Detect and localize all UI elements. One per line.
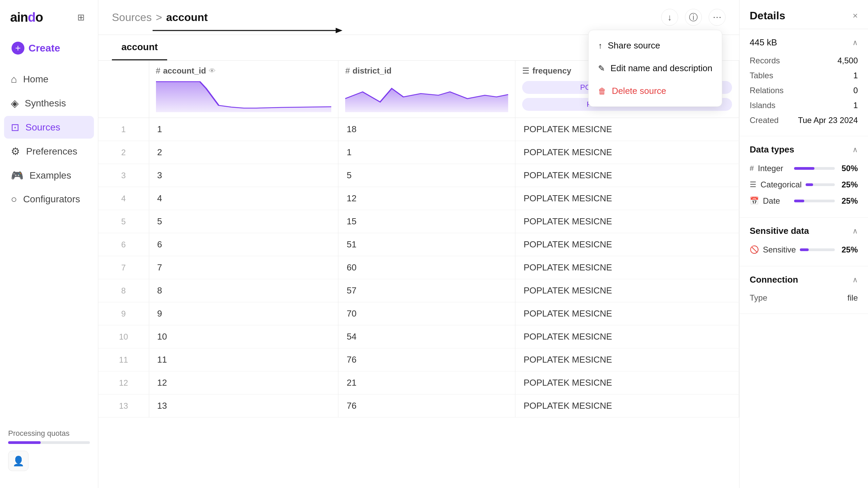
sensitive-row: 🚫 Sensitive 25% bbox=[750, 242, 858, 258]
account-id-chart bbox=[156, 78, 332, 112]
frequency-cell: POPLATEK MESICNE bbox=[515, 325, 739, 348]
nav-items: ⌂ Home ◈ Synthesis ⊡ Sources ⚙ Preferenc… bbox=[0, 68, 98, 210]
file-size: 445 kB bbox=[750, 37, 777, 48]
date-pct: 25% bbox=[842, 196, 858, 206]
row-num-cell: 5 bbox=[98, 210, 149, 233]
sidebar-item-configurators[interactable]: ○ Configurators bbox=[4, 188, 94, 210]
frequency-cell: POPLATEK MESICNE bbox=[515, 302, 739, 325]
sidebar-item-sources[interactable]: ⊡ Sources bbox=[4, 116, 94, 139]
row-num-cell: 13 bbox=[98, 394, 149, 418]
account-id-cell: 10 bbox=[149, 325, 338, 348]
row-num-cell: 8 bbox=[98, 279, 149, 302]
district-id-cell: 60 bbox=[338, 256, 515, 279]
integer-pct: 50% bbox=[842, 164, 858, 173]
download-button[interactable]: ↓ bbox=[661, 9, 678, 26]
district-id-cell: 1 bbox=[338, 141, 515, 164]
categorical-bar bbox=[806, 183, 835, 186]
table-row: 10 10 54 POPLATEK MESICNE bbox=[98, 325, 739, 348]
sidebar-item-examples-label: Examples bbox=[29, 170, 71, 181]
user-avatar-button[interactable]: 👤 bbox=[8, 451, 28, 471]
row-num-cell: 6 bbox=[98, 233, 149, 256]
dtype-categorical: ☰ Categorical 25% bbox=[750, 177, 858, 193]
menu-item-edit[interactable]: ✎ Edit name and description bbox=[589, 57, 722, 80]
integer-label: Integer bbox=[758, 164, 790, 173]
frequency-cell: POPLATEK MESICNE bbox=[515, 210, 739, 233]
meta-tables: Tables 1 bbox=[750, 68, 858, 83]
more-options-button[interactable]: ⋯ bbox=[709, 9, 726, 26]
connection-type-label: Type bbox=[750, 293, 767, 303]
dtypes-toggle[interactable]: ∧ bbox=[852, 145, 858, 154]
islands-label: Islands bbox=[750, 101, 775, 110]
create-button[interactable]: + Create bbox=[7, 38, 91, 58]
details-connection-section: Connection ∧ Type file bbox=[739, 266, 868, 314]
table-row: 13 13 76 POPLATEK MESICNE bbox=[98, 394, 739, 418]
table-row: 5 5 15 POPLATEK MESICNE bbox=[98, 210, 739, 233]
delete-icon: 🗑 bbox=[598, 86, 606, 96]
menu-item-share[interactable]: ↑ Share source bbox=[589, 34, 722, 57]
sidebar-toggle-icon[interactable]: ⊞ bbox=[74, 11, 88, 24]
sensitive-toggle[interactable]: ∧ bbox=[852, 227, 858, 236]
sensitive-bar-fill bbox=[800, 248, 809, 251]
meta-relations: Relations 0 bbox=[750, 83, 858, 98]
sensitive-title: Sensitive data bbox=[750, 226, 809, 236]
table-row: 12 12 21 POPLATEK MESICNE bbox=[98, 371, 739, 394]
categorical-pct: 25% bbox=[842, 180, 858, 189]
table-row: 8 8 57 POPLATEK MESICNE bbox=[98, 279, 739, 302]
data-table: # account_id 👁 bbox=[98, 61, 739, 418]
breadcrumb: Sources > account bbox=[112, 11, 208, 24]
row-num-cell: 12 bbox=[98, 371, 149, 394]
categorical-bar-fill bbox=[806, 183, 813, 186]
account-id-col-name: account_id bbox=[163, 66, 206, 76]
frequency-cell: POPLATEK MESICNE bbox=[515, 348, 739, 371]
district-id-cell: 18 bbox=[338, 118, 515, 141]
district-id-type-icon: # bbox=[345, 66, 350, 76]
processing-quotas-label: Processing quotas bbox=[8, 429, 90, 438]
sidebar-item-configurators-label: Configurators bbox=[23, 194, 80, 205]
tables-label: Tables bbox=[750, 71, 773, 80]
records-value: 4,500 bbox=[837, 56, 858, 65]
meta-islands: Islands 1 bbox=[750, 98, 858, 113]
sidebar-item-examples[interactable]: 🎮 Examples bbox=[4, 164, 94, 187]
date-bar bbox=[794, 200, 835, 202]
sidebar-item-synthesis[interactable]: ◈ Synthesis bbox=[4, 92, 94, 115]
table-area: # account_id 👁 bbox=[98, 61, 739, 488]
synthesis-icon: ◈ bbox=[11, 97, 19, 109]
hide-col-icon[interactable]: 👁 bbox=[209, 67, 216, 75]
account-id-cell: 9 bbox=[149, 302, 338, 325]
categorical-label: Categorical bbox=[761, 180, 802, 189]
details-sensitive-section: Sensitive data ∧ 🚫 Sensitive 25% bbox=[739, 218, 868, 266]
dropdown-menu: ↑ Share source ✎ Edit name and descripti… bbox=[588, 30, 722, 107]
table-row: 7 7 60 POPLATEK MESICNE bbox=[98, 256, 739, 279]
file-section-toggle[interactable]: ∧ bbox=[852, 38, 858, 47]
connection-title: Connection bbox=[750, 274, 798, 285]
menu-item-share-label: Share source bbox=[608, 40, 660, 51]
info-button[interactable]: ⓘ bbox=[685, 9, 702, 26]
svg-marker-1 bbox=[345, 88, 508, 112]
connection-toggle[interactable]: ∧ bbox=[852, 276, 858, 284]
tab-account[interactable]: account bbox=[112, 35, 167, 60]
sidebar-item-preferences-label: Preferences bbox=[26, 146, 77, 157]
frequency-cell: POPLATEK MESICNE bbox=[515, 256, 739, 279]
frequency-cell: POPLATEK MESICNE bbox=[515, 394, 739, 418]
district-id-cell: 15 bbox=[338, 210, 515, 233]
meta-created: Created Tue Apr 23 2024 bbox=[750, 113, 858, 128]
account-id-type-icon: # bbox=[156, 66, 160, 76]
breadcrumb-sources[interactable]: Sources bbox=[112, 11, 152, 24]
sensitive-label: Sensitive bbox=[763, 245, 796, 255]
district-id-cell: 12 bbox=[338, 187, 515, 210]
integer-icon: # bbox=[750, 164, 754, 173]
breadcrumb-separator: > bbox=[156, 11, 162, 24]
sidebar-item-preferences[interactable]: ⚙ Preferences bbox=[4, 140, 94, 163]
account-id-cell: 7 bbox=[149, 256, 338, 279]
close-details-button[interactable]: × bbox=[853, 11, 858, 21]
details-panel: Details × 445 kB ∧ Records 4,500 Tables … bbox=[739, 0, 868, 488]
dtypes-section-header: Data types ∧ bbox=[750, 144, 858, 155]
account-id-cell: 11 bbox=[149, 348, 338, 371]
menu-item-edit-label: Edit name and description bbox=[610, 63, 712, 74]
row-num-cell: 2 bbox=[98, 141, 149, 164]
sidebar-item-home[interactable]: ⌂ Home bbox=[4, 68, 94, 90]
menu-item-delete[interactable]: 🗑 Delete source bbox=[589, 80, 722, 102]
sidebar-item-sources-label: Sources bbox=[25, 122, 60, 133]
table-row: 3 3 5 POPLATEK MESICNE bbox=[98, 164, 739, 187]
breadcrumb-account: account bbox=[166, 11, 208, 24]
